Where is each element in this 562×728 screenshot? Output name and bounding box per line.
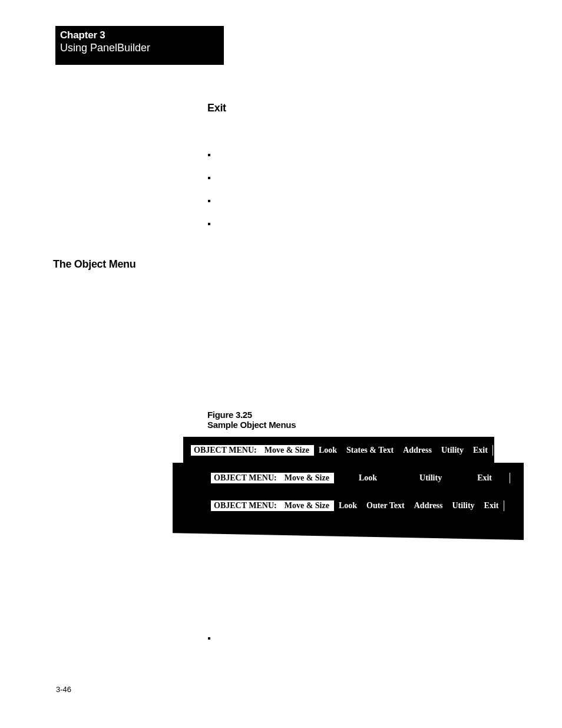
- bullet: [208, 200, 210, 202]
- bullet: [208, 637, 210, 640]
- exit-heading: Exit: [207, 102, 226, 114]
- menu-item-utility[interactable]: Utility: [448, 500, 480, 511]
- bullet: [208, 154, 210, 156]
- object-menu-bar-1: OBJECT MENU: Move & Size Look States & T…: [191, 445, 493, 456]
- menu-item-look[interactable]: Look: [314, 445, 342, 456]
- menu-item-exit[interactable]: Exit: [468, 445, 493, 456]
- chapter-subtitle: Using PanelBuilder: [60, 42, 224, 54]
- page-number: 3-46: [56, 685, 71, 694]
- bullet: [208, 177, 210, 179]
- menu-item-exit[interactable]: Exit: [459, 473, 510, 483]
- menu-item-states-text[interactable]: States & Text: [342, 445, 398, 456]
- figure-number: Figure 3.25: [207, 410, 252, 420]
- chapter-number: Chapter 3: [60, 29, 224, 41]
- figure-title: Sample Object Menus: [207, 420, 296, 430]
- menu-label: OBJECT MENU:: [211, 500, 280, 511]
- menu-label: OBJECT MENU:: [211, 473, 280, 483]
- menu-item-look[interactable]: Look: [334, 500, 362, 511]
- menu-item-outer-text[interactable]: Outer Text: [362, 500, 409, 511]
- menu-item-move-size[interactable]: Move & Size: [260, 445, 314, 456]
- figure-caption: Figure 3.25 Sample Object Menus: [207, 410, 296, 430]
- menu-item-utility[interactable]: Utility: [402, 473, 459, 483]
- menu-item-look[interactable]: Look: [334, 473, 402, 483]
- menu-label: OBJECT MENU:: [191, 445, 260, 456]
- menu-item-address[interactable]: Address: [409, 500, 448, 511]
- menu-item-move-size[interactable]: Move & Size: [280, 473, 334, 483]
- menu-item-move-size[interactable]: Move & Size: [280, 500, 334, 511]
- object-menu-bar-3: OBJECT MENU: Move & Size Look Outer Text…: [211, 500, 504, 511]
- object-menu-bar-2: OBJECT MENU: Move & Size Look Utility Ex…: [211, 473, 510, 483]
- object-menu-heading: The Object Menu: [53, 258, 136, 271]
- chapter-header: Chapter 3 Using PanelBuilder: [55, 26, 224, 65]
- bullet: [208, 223, 210, 225]
- menu-item-exit[interactable]: Exit: [480, 500, 504, 511]
- menu-item-utility[interactable]: Utility: [437, 445, 468, 456]
- menu-item-address[interactable]: Address: [398, 445, 437, 456]
